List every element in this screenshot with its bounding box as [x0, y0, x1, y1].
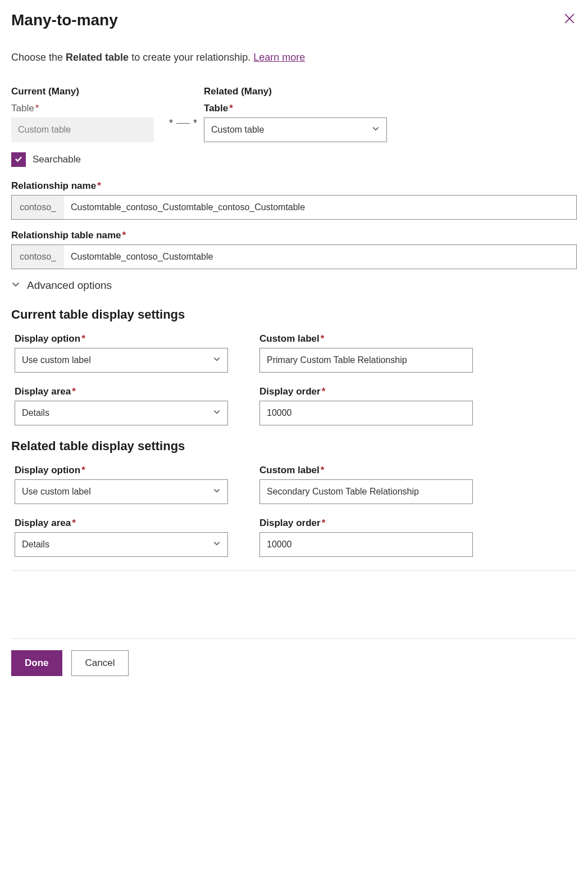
- current-display-option-select[interactable]: Use custom label: [15, 348, 228, 373]
- related-heading: Related (Many): [204, 86, 387, 97]
- current-settings-heading: Current table display settings: [11, 307, 577, 322]
- chevron-down-icon: [213, 408, 221, 418]
- dialog-title: Many-to-many: [11, 11, 118, 29]
- current-display-area-select[interactable]: Details: [15, 401, 228, 425]
- related-display-area-select[interactable]: Details: [15, 532, 228, 557]
- current-custom-label-label: Custom label*: [259, 333, 473, 344]
- relationship-table-name-prefix: contoso_: [12, 245, 64, 269]
- close-button[interactable]: [562, 11, 577, 28]
- relationship-name-label: Relationship name*: [11, 180, 577, 192]
- chevron-down-icon: [11, 279, 20, 292]
- current-table-field: Custom table: [11, 117, 154, 142]
- current-display-order-label: Display order*: [259, 386, 473, 397]
- related-display-option-label: Display option*: [15, 465, 228, 476]
- checkmark-icon: [14, 155, 23, 165]
- done-button[interactable]: Done: [11, 650, 62, 676]
- cancel-button[interactable]: Cancel: [71, 650, 129, 676]
- relationship-name-prefix: contoso_: [12, 196, 64, 219]
- current-display-option-label: Display option*: [15, 333, 228, 344]
- chevron-down-icon: [372, 125, 380, 135]
- chevron-down-icon: [213, 355, 221, 365]
- related-table-label: Table*: [204, 103, 387, 114]
- relationship-table-name-label: Relationship table name*: [11, 230, 577, 241]
- current-table-label: Table*: [11, 103, 166, 114]
- related-display-order-input[interactable]: [259, 532, 473, 557]
- relationship-table-name-input[interactable]: [64, 245, 576, 269]
- related-custom-label-label: Custom label*: [259, 465, 473, 476]
- related-display-option-select[interactable]: Use custom label: [15, 479, 228, 504]
- related-settings-heading: Related table display settings: [11, 439, 577, 454]
- advanced-options-toggle[interactable]: Advanced options: [11, 279, 577, 292]
- current-display-area-label: Display area*: [15, 386, 228, 397]
- chevron-down-icon: [213, 487, 221, 497]
- relationship-name-input[interactable]: [64, 196, 576, 219]
- chevron-down-icon: [213, 539, 221, 550]
- related-custom-label-input[interactable]: [259, 479, 473, 504]
- searchable-checkbox[interactable]: [11, 152, 26, 167]
- related-table-select[interactable]: Custom table: [204, 117, 387, 142]
- searchable-label: Searchable: [33, 154, 81, 165]
- related-table-value: Custom table: [211, 125, 264, 135]
- divider: [11, 570, 577, 571]
- intro-text: Choose the Related table to create your …: [11, 52, 577, 64]
- current-display-order-input[interactable]: [259, 401, 473, 425]
- related-display-order-label: Display order*: [259, 518, 473, 529]
- related-display-area-label: Display area*: [15, 518, 228, 529]
- close-icon: [564, 16, 575, 25]
- current-custom-label-input[interactable]: [259, 348, 473, 373]
- cardinality-connector: * *: [166, 86, 200, 129]
- learn-more-link[interactable]: Learn more: [253, 52, 305, 63]
- current-heading: Current (Many): [11, 86, 166, 97]
- advanced-options-label: Advanced options: [27, 279, 112, 292]
